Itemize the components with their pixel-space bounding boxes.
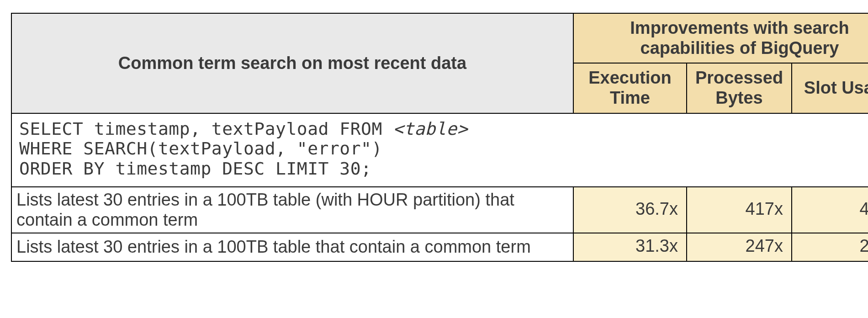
- metric-processed-bytes: 417x: [687, 187, 792, 233]
- code-line: WHERE SEARCH(textPayload, "error"): [19, 138, 382, 159]
- code-line: ORDER BY timestamp DESC LIMIT 30;: [19, 159, 371, 179]
- table-row: Lists latest 30 entries in a 100TB table…: [11, 233, 868, 261]
- code-placeholder: <table>: [393, 119, 468, 139]
- row-description: Lists latest 30 entries in a 100TB table…: [11, 233, 573, 261]
- metric-processed-bytes: 247x: [687, 233, 792, 261]
- header-group: Improvements with search capabilities of…: [573, 13, 868, 63]
- comparison-table: Common term search on most recent data I…: [11, 13, 868, 262]
- code-line: SELECT timestamp, textPayload FROM: [19, 119, 393, 139]
- sql-code-block: SELECT timestamp, textPayload FROM <tabl…: [11, 113, 868, 187]
- metric-execution-time: 36.7x: [573, 187, 687, 233]
- header-processed-bytes: Processed Bytes: [687, 63, 792, 113]
- metric-slot-usage: 441x: [792, 187, 868, 233]
- table-row: Lists latest 30 entries in a 100TB table…: [11, 187, 868, 233]
- row-description: Lists latest 30 entries in a 100TB table…: [11, 187, 573, 233]
- header-slot-usage: Slot Usage: [792, 63, 868, 113]
- metric-slot-usage: 250x: [792, 233, 868, 261]
- header-left: Common term search on most recent data: [11, 13, 573, 113]
- header-execution-time: Execution Time: [573, 63, 687, 113]
- table-row-code: SELECT timestamp, textPayload FROM <tabl…: [11, 113, 868, 187]
- metric-execution-time: 31.3x: [573, 233, 687, 261]
